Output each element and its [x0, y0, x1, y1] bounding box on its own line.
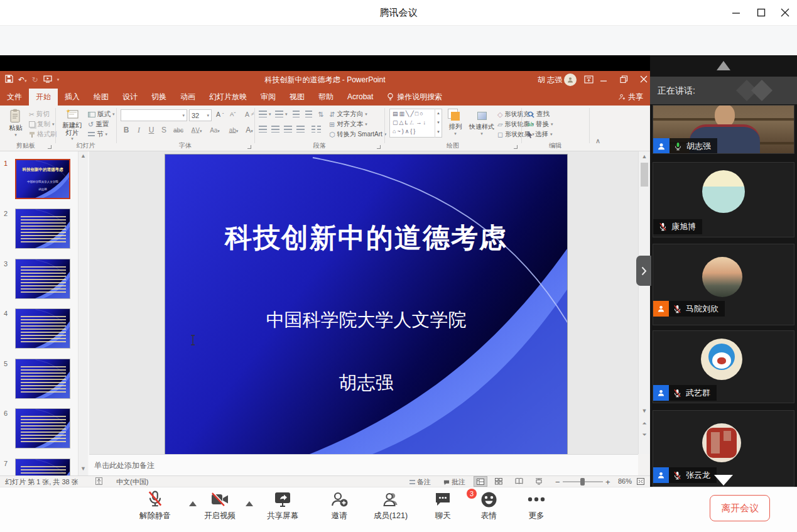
- members-button[interactable]: 成员(121): [362, 490, 419, 521]
- thumbnail-scrollbar[interactable]: ▲ ▼: [78, 151, 88, 475]
- increase-font-icon[interactable]: Aˆ: [216, 111, 224, 118]
- tab-file[interactable]: 文件: [0, 89, 29, 106]
- numbering-button[interactable]: ▾: [275, 111, 288, 117]
- bold-button[interactable]: B: [121, 124, 132, 136]
- align-text-button[interactable]: ⊞对齐文本▾: [329, 120, 367, 129]
- start-video-button[interactable]: 开启视频: [192, 490, 248, 521]
- copy-button[interactable]: 复制▾: [29, 120, 55, 129]
- layout-button[interactable]: 版式▾: [88, 110, 115, 119]
- minimize-button[interactable]: [727, 4, 745, 21]
- underline-button[interactable]: U: [146, 124, 157, 136]
- unmute-button[interactable]: 解除静音: [127, 490, 183, 521]
- thumb-scroll-up-icon[interactable]: ▲: [79, 153, 88, 159]
- increase-indent-icon[interactable]: [305, 111, 312, 117]
- align-left-icon[interactable]: [259, 126, 267, 133]
- comments-toggle[interactable]: 批注: [443, 477, 465, 487]
- paste-button[interactable]: 粘贴▾: [5, 109, 26, 138]
- video-tile-huzhiqiang[interactable]: 胡志强: [653, 105, 794, 154]
- find-button[interactable]: 查找: [528, 110, 550, 119]
- reset-button[interactable]: ↺重置: [88, 120, 109, 129]
- video-tile-mayuanliuxin[interactable]: 马院刘欣: [653, 244, 794, 325]
- character-spacing-button[interactable]: A̲V̲▾: [188, 124, 205, 136]
- tab-home[interactable]: 开始: [29, 89, 58, 106]
- share-screen-button[interactable]: 共享屏幕: [254, 490, 311, 521]
- decrease-font-icon[interactable]: Aˇ: [230, 111, 236, 117]
- change-case-button[interactable]: Aa▾: [207, 124, 222, 136]
- quick-styles-button[interactable]: 快速样式▾: [467, 109, 496, 136]
- slide-subtitle-text[interactable]: 中国科学院大学人文学院: [165, 308, 567, 333]
- video-options-caret[interactable]: [246, 501, 253, 506]
- close-button[interactable]: [776, 4, 794, 21]
- panel-scroll-down-icon[interactable]: [714, 475, 733, 486]
- edit-area[interactable]: 科技创新中的道德考虑 中国科学院大学人文学院 胡志强: [89, 151, 638, 454]
- panel-expander[interactable]: [636, 256, 651, 286]
- view-sorter-button[interactable]: [495, 478, 502, 486]
- decrease-indent-icon[interactable]: [293, 111, 300, 117]
- canvas-scroll-down-icon[interactable]: ▼: [639, 408, 650, 414]
- tab-slideshow[interactable]: 幻灯片放映: [202, 89, 254, 106]
- clear-formatting-icon[interactable]: A⌿: [245, 111, 254, 118]
- italic-button[interactable]: I: [133, 124, 144, 136]
- slide-author-text[interactable]: 胡志强: [165, 371, 567, 396]
- slide-thumbnail-5[interactable]: [15, 359, 70, 399]
- shapes-scroll[interactable]: ▲▼▼: [435, 109, 442, 138]
- cut-button[interactable]: ✂剪切: [29, 110, 50, 119]
- columns-icon[interactable]: [312, 126, 321, 133]
- accessibility-icon[interactable]: [95, 477, 102, 486]
- drawing-dialog-launcher[interactable]: [514, 145, 518, 149]
- text-direction-button[interactable]: ⇵文字方向▾: [329, 110, 367, 119]
- view-reading-button[interactable]: [515, 478, 523, 486]
- slide-title-text[interactable]: 科技创新中的道德考虑: [165, 220, 567, 256]
- slide-canvas[interactable]: 科技创新中的道德考虑 中国科学院大学人文学院 胡志强: [165, 155, 567, 454]
- tab-draw[interactable]: 绘图: [87, 89, 116, 106]
- bullets-button[interactable]: ▾: [259, 111, 271, 117]
- tab-help[interactable]: 帮助: [312, 89, 340, 106]
- more-button[interactable]: 更多: [508, 490, 565, 521]
- align-right-icon[interactable]: [284, 126, 292, 133]
- account-avatar[interactable]: [564, 73, 577, 86]
- shadow-button[interactable]: S: [158, 124, 170, 136]
- replace-button[interactable]: ab替换▾: [528, 120, 553, 129]
- tab-view[interactable]: 视图: [283, 89, 312, 106]
- panel-scroll-up-icon[interactable]: [717, 61, 730, 70]
- zoom-percentage[interactable]: 86%: [618, 477, 632, 485]
- collapse-ribbon-icon[interactable]: ∧: [595, 137, 600, 145]
- tab-design[interactable]: 设计: [116, 89, 144, 106]
- maximize-button[interactable]: [752, 4, 770, 21]
- tab-tell-me[interactable]: 操作说明搜索: [380, 89, 449, 106]
- zoom-slider-thumb[interactable]: [580, 478, 585, 486]
- notes-placeholder[interactable]: 单击此处添加备注: [94, 460, 155, 471]
- language-indicator[interactable]: 中文(中国): [116, 477, 148, 487]
- strikethrough-button[interactable]: abc: [171, 124, 186, 136]
- share-button[interactable]: 共享: [612, 89, 650, 106]
- line-spacing-icon[interactable]: ⇅: [318, 111, 323, 119]
- leave-meeting-button[interactable]: 离开会议: [710, 495, 770, 521]
- clipboard-dialog-launcher[interactable]: [48, 145, 52, 149]
- previous-slide-icon[interactable]: ⏶: [639, 420, 650, 427]
- slide-thumbnail-6[interactable]: [15, 408, 70, 448]
- paragraph-dialog-launcher[interactable]: [377, 145, 381, 149]
- tab-acrobat[interactable]: Acrobat: [340, 89, 380, 106]
- view-normal-button[interactable]: [474, 476, 487, 487]
- video-tile-wuyiqun[interactable]: 武艺群: [653, 330, 794, 403]
- ppt-minimize-icon[interactable]: [600, 75, 608, 85]
- justify-icon[interactable]: [296, 126, 305, 133]
- font-size-combobox[interactable]: 32▾: [189, 109, 212, 121]
- slide-thumbnail-1[interactable]: 科技创新中的道德考虑 中国科学院大学人文学院 胡志强: [15, 159, 70, 199]
- select-button[interactable]: 选择▾: [528, 130, 553, 139]
- tab-review[interactable]: 审阅: [254, 89, 283, 106]
- video-tile-kangxubo[interactable]: 康旭博: [653, 162, 794, 237]
- notes-pane[interactable]: 单击此处添加备注: [89, 454, 638, 475]
- canvas-scroll-up-icon[interactable]: ▲: [639, 153, 650, 160]
- ppt-restore-icon[interactable]: [620, 75, 628, 85]
- slide-thumbnail-2[interactable]: [15, 209, 70, 249]
- ppt-close-icon[interactable]: [640, 75, 648, 85]
- align-center-icon[interactable]: [271, 126, 279, 133]
- zoom-in-icon[interactable]: +: [605, 477, 610, 487]
- section-button[interactable]: 节▾: [88, 130, 107, 139]
- smartart-button[interactable]: ⬡转换为 SmartArt▾: [329, 130, 386, 139]
- slide-thumbnail-7[interactable]: [15, 459, 70, 475]
- tab-transitions[interactable]: 切换: [144, 89, 173, 106]
- font-color-button[interactable]: A▾: [244, 124, 255, 136]
- fit-to-window-icon[interactable]: [637, 478, 644, 486]
